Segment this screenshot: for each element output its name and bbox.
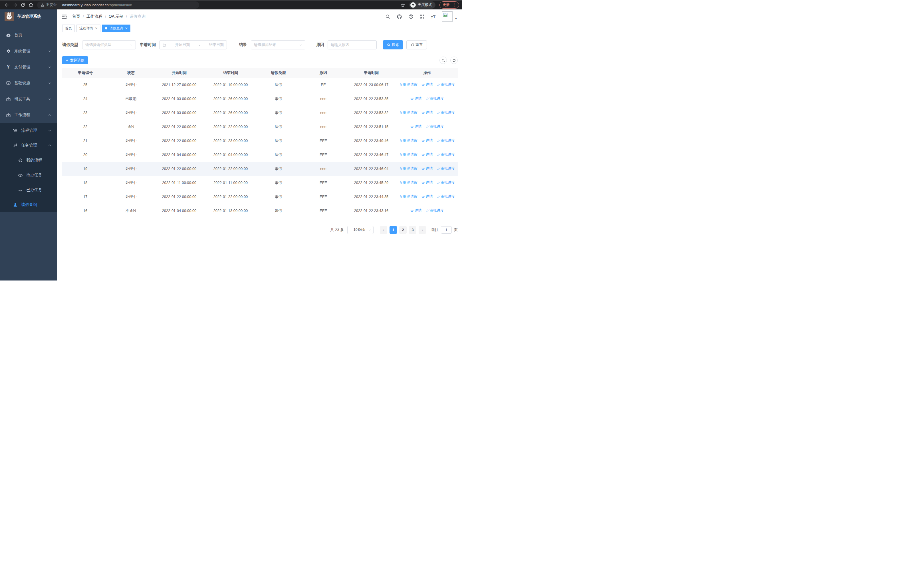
cell-id: 23 (62, 106, 108, 120)
approval-progress-link[interactable]: 审批进度 (437, 180, 455, 185)
page-size-select[interactable]: 10条/页 (347, 226, 374, 234)
table-row[interactable]: 22 通过 2022-01-22 00:00:00 2022-01-22 00:… (62, 120, 458, 134)
approval-progress-link[interactable]: 审批进度 (426, 124, 444, 129)
approval-progress-link[interactable]: 审批进度 (426, 208, 444, 213)
cancel-leave-link[interactable]: 取消请假 (399, 82, 417, 87)
sidebar-item-dev[interactable]: 研发工具 (0, 91, 57, 107)
sidebar-item-system[interactable]: 系统管理 (0, 43, 57, 59)
breadcrumb-home[interactable]: 首页 (72, 14, 80, 19)
table-row[interactable]: 23 处理中 2022-01-03 00:00:00 2022-01-26 00… (62, 106, 458, 120)
table-row[interactable]: 24 已取消 2022-01-03 00:00:00 2022-01-26 00… (62, 92, 458, 106)
cancel-leave-link[interactable]: 取消请假 (399, 180, 417, 185)
cancel-leave-link[interactable]: 取消请假 (399, 138, 417, 143)
detail-link[interactable]: 详情 (422, 138, 433, 143)
sidebar-item-infra[interactable]: 基础设施 (0, 75, 57, 91)
sidebar-item-done-task[interactable]: 已办任务 (0, 182, 57, 197)
goto-page-input[interactable]: 1 (441, 226, 452, 234)
close-icon[interactable]: ✕ (95, 27, 98, 30)
prev-page-button[interactable]: ‹ (380, 226, 387, 234)
page-number-1[interactable]: 1 (390, 226, 397, 234)
date-range-picker[interactable]: 开始日期 - 结束日期 (159, 40, 227, 50)
sidebar-item-task-mgmt[interactable]: 任务管理 (0, 138, 57, 153)
detail-link[interactable]: 详情 (422, 166, 433, 171)
approval-progress-link[interactable]: 审批进度 (437, 166, 455, 171)
detail-link[interactable]: 详情 (422, 110, 433, 115)
cell-id: 20 (62, 148, 108, 162)
sidebar-item-process-mgmt[interactable]: 流程管理 (0, 123, 57, 138)
reset-button[interactable]: 重置 (406, 40, 427, 50)
detail-link[interactable]: 详情 (422, 194, 433, 199)
eye-icon (422, 139, 425, 143)
tab-process-detail[interactable]: 流程详情 ✕ (76, 24, 100, 32)
detail-link[interactable]: 详情 (422, 152, 433, 157)
sidebar-item-home[interactable]: 首页 (0, 27, 57, 43)
address-bar[interactable]: 不安全 dashboard.yudao.iocoder.cn/bpm/oa/le… (37, 2, 199, 9)
table-row[interactable]: 16 不通过 2022-01-04 00:00:00 2022-01-13 00… (62, 204, 458, 218)
sidebar-item-todo-task[interactable]: 待办任务 (0, 168, 57, 182)
sidebar-collapse-icon[interactable] (62, 14, 67, 19)
detail-link[interactable]: 详情 (422, 82, 433, 87)
browser-back-icon[interactable] (3, 2, 11, 9)
browser-update-button[interactable]: 更新 ⋮ (440, 2, 459, 9)
user-avatar[interactable]: ▼ (442, 11, 458, 22)
github-icon[interactable] (397, 14, 402, 20)
sidebar-item-my-process[interactable]: 我的流程 (0, 153, 57, 168)
table-row[interactable]: 19 处理中 2022-01-22 00:00:00 2022-01-22 00… (62, 162, 458, 176)
create-leave-button[interactable]: + 发起请假 (62, 56, 88, 64)
detail-link[interactable]: 详情 (410, 124, 422, 129)
update-label[interactable]: 更新 (442, 3, 450, 8)
sidebar-item-pay[interactable]: ¥ 支付管理 (0, 59, 57, 75)
cancel-leave-link[interactable]: 取消请假 (399, 194, 417, 199)
leave-type-select[interactable]: 请选择请假类型 (82, 40, 136, 50)
help-icon[interactable] (408, 14, 414, 19)
approval-progress-link[interactable]: 审批进度 (437, 110, 455, 115)
reason-input[interactable]: 请输入原因 (328, 40, 376, 50)
bookmark-star-icon[interactable] (400, 3, 405, 8)
detail-label: 详情 (426, 152, 433, 157)
page-number-3[interactable]: 3 (409, 226, 416, 234)
refresh-table-button[interactable] (450, 57, 458, 64)
sidebar-item-workflow[interactable]: 工作流程 (0, 107, 57, 123)
detail-link[interactable]: 详情 (422, 180, 433, 185)
table-row[interactable]: 17 处理中 2022-01-22 00:00:00 2022-01-22 00… (62, 190, 458, 204)
font-size-icon[interactable]: TT (431, 14, 435, 19)
cancel-leave-link[interactable]: 取消请假 (399, 110, 417, 115)
approval-progress-link[interactable]: 审批进度 (437, 138, 455, 143)
breadcrumb-oa[interactable]: OA 示例 (109, 14, 123, 19)
result-select[interactable]: 请选择流结果 (251, 40, 305, 50)
browser-menu-icon[interactable]: ⋮ (452, 3, 456, 7)
detail-link[interactable]: 详情 (410, 208, 422, 213)
browser-forward-icon[interactable] (11, 2, 19, 9)
table-row[interactable]: 25 处理中 2021-12-27 00:00:00 2022-01-19 00… (62, 78, 458, 92)
cancel-leave-link[interactable]: 取消请假 (399, 152, 417, 157)
approval-progress-link[interactable]: 审批进度 (437, 194, 455, 199)
table-row[interactable]: 21 处理中 2022-01-22 00:00:00 2022-01-23 00… (62, 134, 458, 148)
hide-search-button[interactable] (440, 57, 447, 64)
approval-progress-link[interactable]: 审批进度 (437, 152, 455, 157)
breadcrumb-workflow[interactable]: 工作流程 (87, 14, 102, 19)
end-date-placeholder: 结束日期 (209, 42, 224, 47)
fullscreen-icon[interactable] (420, 14, 425, 19)
not-secure-label[interactable]: 不安全 (46, 3, 57, 8)
sidebar-item-leave-query[interactable]: 请假查询 (0, 197, 57, 212)
cancel-leave-link[interactable]: 取消请假 (399, 166, 417, 171)
url-text[interactable]: dashboard.yudao.iocoder.cn/bpm/oa/leave (62, 3, 132, 7)
page-number-2[interactable]: 2 (399, 226, 406, 234)
table-row[interactable]: 20 处理中 2022-01-04 00:00:00 2022-01-04 00… (62, 148, 458, 162)
approval-progress-link[interactable]: 审批进度 (426, 96, 444, 101)
cell-start: 2021-12-27 00:00:00 (153, 78, 205, 92)
tab-home[interactable]: 首页 (62, 24, 75, 32)
browser-home-icon[interactable] (27, 2, 35, 9)
table-row[interactable]: 18 处理中 2022-01-11 00:00:00 2022-01-11 00… (62, 176, 458, 190)
close-icon[interactable]: ✕ (125, 27, 128, 30)
pen-icon (437, 167, 440, 170)
detail-link[interactable]: 详情 (410, 96, 422, 101)
search-icon[interactable] (385, 14, 390, 19)
app-logo-row[interactable]: 芋道管理系统 (0, 9, 57, 24)
approval-progress-link[interactable]: 审批进度 (437, 82, 455, 87)
search-button[interactable]: 搜索 (383, 40, 403, 50)
browser-reload-icon[interactable] (19, 2, 27, 9)
next-page-button[interactable]: › (418, 226, 426, 234)
tab-leave-query[interactable]: 请假查询 ✕ (102, 24, 130, 32)
cell-reason: EEE (300, 190, 346, 204)
